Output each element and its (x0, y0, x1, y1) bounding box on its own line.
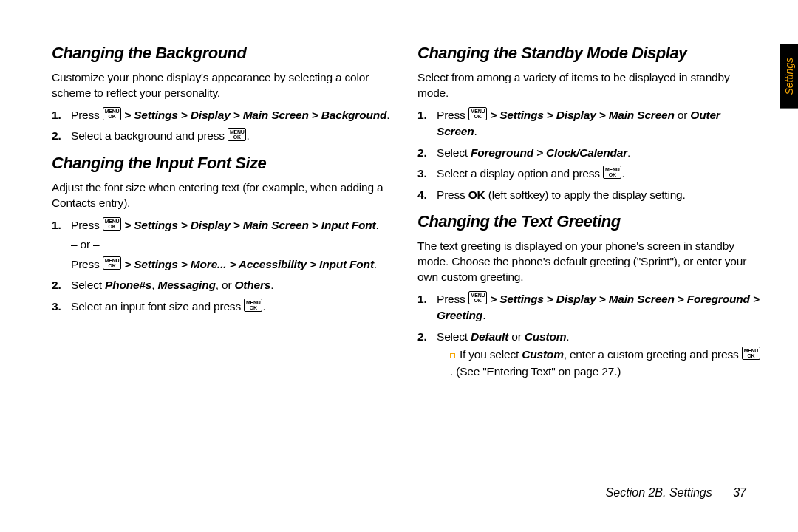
text: Select (437, 330, 471, 343)
text: Press (437, 188, 468, 201)
text: Select (71, 279, 105, 291)
nav-path: Foreground > Clock/Calendar (471, 146, 627, 159)
text: Press (71, 219, 103, 231)
step-gr-1: Press MENUOK > Settings > Display > Main… (417, 291, 761, 324)
square-bullet-icon (450, 353, 455, 358)
option: Custom (522, 348, 564, 361)
steps-inputfont: Press MENUOK > Settings > Display > Main… (52, 217, 395, 315)
nav-path: > Settings > More... > Accessibility > I… (124, 258, 374, 270)
text: Press (437, 109, 468, 121)
menu-ok-key-icon: MENUOK (103, 256, 121, 270)
text: . (627, 146, 630, 159)
softkey-label: OK (468, 188, 485, 201)
text: (left softkey) to apply the display sett… (485, 188, 686, 201)
menu-ok-key-icon: MENUOK (603, 166, 621, 179)
text: . (262, 300, 265, 313)
text: . (270, 279, 273, 291)
page-content: Changing the Background Customize your p… (0, 0, 798, 532)
para-background: Customize your phone display's appearanc… (52, 70, 395, 101)
step-sb-3: Select a display option and press MENUOK… (417, 166, 761, 182)
text: or (508, 330, 525, 343)
text: Select (437, 146, 471, 159)
text: or (675, 109, 691, 121)
left-column: Changing the Background Customize your p… (52, 41, 395, 495)
option: Custom (525, 330, 567, 343)
text: . (374, 258, 377, 270)
menu-ok-key-icon: MENUOK (468, 291, 487, 304)
text: . (386, 109, 389, 121)
page-footer: Section 2B. Settings 37 (606, 486, 746, 499)
section-tab: Settings (780, 44, 798, 109)
heading-standby: Changing the Standby Mode Display (417, 44, 761, 63)
step-sb-4: Press OK (left softkey) to apply the dis… (417, 187, 761, 203)
text: . (See "Entering Text" on page 27.) (450, 365, 621, 378)
text: , enter a custom greeting and press (564, 348, 742, 361)
step-gr-2: Select Default or Custom. If you select … (417, 329, 761, 380)
footer-page-number: 37 (733, 486, 746, 499)
menu-ok-key-icon: MENUOK (468, 107, 487, 120)
text: . (376, 219, 379, 231)
menu-ok-key-icon: MENUOK (244, 299, 262, 312)
text: If you select (460, 348, 522, 361)
footer-section-label: Section 2B. Settings (606, 486, 712, 499)
para-inputfont: Adjust the font size when entering text … (52, 180, 395, 211)
menu-ok-key-icon: MENUOK (742, 347, 760, 360)
menu-ok-key-icon: MENUOK (228, 128, 246, 141)
heading-background: Changing the Background (52, 44, 395, 63)
step-sb-1: Press MENUOK > Settings > Display > Main… (417, 107, 761, 140)
right-column: Changing the Standby Mode Display Select… (417, 41, 761, 495)
text: , or (216, 279, 235, 291)
text: . (246, 129, 249, 142)
step-if-3: Select an input font size and press MENU… (52, 299, 395, 315)
step-if-2: Select Phone#s, Messaging, or Others. (52, 277, 395, 293)
steps-greeting: Press MENUOK > Settings > Display > Main… (417, 291, 761, 380)
or-separator: – or – (71, 236, 395, 253)
text: Select a background and press (71, 129, 228, 142)
nav-path: > Settings > Display > Main Screen > Inp… (124, 219, 375, 231)
alt-path: Press MENUOK > Settings > More... > Acce… (71, 256, 395, 273)
step-sb-2: Select Foreground > Clock/Calendar. (417, 145, 761, 161)
text: Press (71, 258, 103, 270)
nav-path: > Settings > Display > Main Screen (490, 109, 674, 121)
option: Messaging (157, 279, 215, 291)
text: . (621, 167, 624, 180)
menu-ok-key-icon: MENUOK (103, 217, 121, 231)
heading-greeting: Changing the Text Greeting (417, 212, 761, 231)
text: . (474, 125, 477, 137)
step-bg-1: Press MENUOK > Settings > Display > Main… (52, 107, 395, 123)
text: Select a display option and press (437, 167, 603, 180)
step-bg-2: Select a background and press MENUOK. (52, 128, 395, 144)
menu-ok-key-icon: MENUOK (103, 107, 121, 120)
text: Press (71, 109, 103, 121)
text: Press (437, 293, 468, 305)
steps-background: Press MENUOK > Settings > Display > Main… (52, 107, 395, 145)
para-greeting: The text greeting is displayed on your p… (417, 239, 761, 285)
text: Select an input font size and press (71, 300, 244, 313)
option: Others (234, 279, 270, 291)
step-if-1: Press MENUOK > Settings > Display > Main… (52, 217, 395, 273)
option: Phone#s (105, 279, 151, 291)
option: Default (471, 330, 508, 343)
steps-standby: Press MENUOK > Settings > Display > Main… (417, 107, 761, 203)
heading-inputfont: Changing the Input Font Size (52, 154, 395, 173)
para-standby: Select from among a variety of items to … (417, 70, 761, 101)
nav-path: > Settings > Display > Main Screen > Bac… (124, 109, 386, 121)
text: . (482, 309, 485, 321)
text: . (566, 330, 569, 343)
sub-bullet: If you select Custom, enter a custom gre… (437, 347, 761, 380)
